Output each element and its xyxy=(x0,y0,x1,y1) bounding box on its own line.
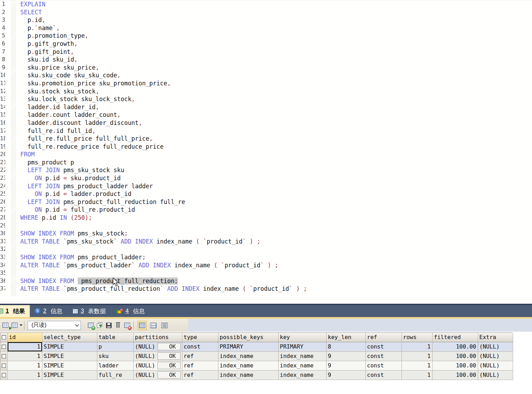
cell-select_type[interactable]: SIMPLE xyxy=(42,351,97,361)
column-header-id[interactable]: id xyxy=(7,333,42,342)
cell-id[interactable]: 1 xyxy=(7,342,42,351)
column-header-filtered[interactable]: filtered xyxy=(432,333,478,342)
cell-key_len[interactable]: 9 xyxy=(326,370,365,380)
cell-filtered[interactable]: 100.00 xyxy=(432,342,478,351)
ok-button[interactable]: OK xyxy=(158,352,181,360)
tab-1[interactable]: 1 结果 xyxy=(0,305,30,317)
cell-type[interactable]: ref xyxy=(182,361,218,370)
sql-editor[interactable]: 1EXPLAIN2SELECT3 p.id,4 p.`name`,5 p.pro… xyxy=(0,0,532,304)
ok-button[interactable]: OK xyxy=(158,343,181,350)
cell-table[interactable]: p xyxy=(97,342,133,351)
select-all-checkbox[interactable] xyxy=(2,335,6,339)
tab-label: 信息 xyxy=(49,307,63,315)
cell-key_len[interactable]: 8 xyxy=(326,342,365,351)
cell-partitions[interactable]: (NULL)OK xyxy=(133,342,182,351)
chevron-down-icon xyxy=(75,323,79,326)
tab-label: 结果 xyxy=(11,307,25,315)
cell-partitions[interactable]: (NULL)OK xyxy=(133,361,182,370)
column-header-partitions[interactable]: partitions xyxy=(133,333,182,342)
cell-possible_keys[interactable]: PRIMARY xyxy=(218,342,278,351)
code-line: 7 p.gift_point, xyxy=(0,48,532,56)
cell-Extra[interactable]: (NULL) xyxy=(478,370,513,380)
cell-filtered[interactable]: 100.00 xyxy=(432,361,478,370)
cell-key_len[interactable]: 9 xyxy=(326,351,365,361)
cell-rows[interactable]: 1 xyxy=(401,361,432,370)
form-view-button[interactable] xyxy=(149,321,158,330)
column-header-possible_keys[interactable]: possible_keys xyxy=(218,333,278,342)
cell-partitions[interactable]: (NULL)OK xyxy=(133,351,182,361)
cell-Extra[interactable]: (NULL) xyxy=(478,351,513,361)
export-grid-icon[interactable] xyxy=(10,321,19,330)
cell-select_type[interactable]: SIMPLE xyxy=(42,342,97,351)
tab-4[interactable]: 4 信息 xyxy=(111,305,150,317)
column-header-type[interactable]: type xyxy=(182,333,218,342)
code-line: 32 xyxy=(0,245,532,253)
cell-rows[interactable]: 1 xyxy=(401,370,432,380)
line-number: 9 xyxy=(0,64,5,72)
cell-key[interactable]: index_name xyxy=(278,351,326,361)
cell-filtered[interactable]: 100.00 xyxy=(432,351,478,361)
partitions-value: (NULL) xyxy=(135,353,155,359)
column-header-Extra[interactable]: Extra xyxy=(478,333,513,342)
cell-table[interactable]: sku xyxy=(97,351,133,361)
grid-view-button[interactable] xyxy=(138,321,147,330)
ok-button[interactable]: OK xyxy=(158,371,181,379)
ok-button[interactable]: OK xyxy=(158,362,181,369)
cell-type[interactable]: ref xyxy=(182,370,218,380)
tab-3[interactable]: 3 表数据 xyxy=(67,305,111,317)
delete-icon[interactable] xyxy=(113,321,122,330)
row-checkbox[interactable] xyxy=(2,373,6,377)
cell-rows[interactable]: 1 xyxy=(401,351,432,361)
code-line: 25 ON p.id = ladder.product_id xyxy=(0,190,532,198)
save-icon[interactable] xyxy=(104,321,113,330)
readonly-select[interactable]: (只读) xyxy=(28,321,81,330)
cell-partitions[interactable]: (NULL)OK xyxy=(133,370,182,380)
row-checkbox[interactable] xyxy=(2,364,6,368)
export-dropdown-caret-icon[interactable] xyxy=(20,324,22,326)
cell-table[interactable]: full_re xyxy=(97,370,133,380)
cell-Extra[interactable]: (NULL) xyxy=(478,342,513,351)
tab-2[interactable]: i2 信息 xyxy=(30,305,67,317)
column-header-key_len[interactable]: key_len xyxy=(326,333,365,342)
line-number: 4 xyxy=(0,24,5,32)
cell-Extra[interactable]: (NULL) xyxy=(478,361,513,370)
column-header-key[interactable]: key xyxy=(278,333,326,342)
cell-key[interactable]: index_name xyxy=(278,370,326,380)
cell-rows[interactable]: 1 xyxy=(401,342,432,351)
form-view-icon xyxy=(150,323,156,328)
refresh-icon[interactable] xyxy=(95,321,104,330)
cell-type[interactable]: const xyxy=(182,342,218,351)
cell-possible_keys[interactable]: index_name xyxy=(218,351,278,361)
cell-ref[interactable]: const xyxy=(365,370,401,380)
column-header-select_type[interactable]: select_type xyxy=(42,333,97,342)
text-view-button[interactable] xyxy=(160,321,169,330)
cell-key[interactable]: index_name xyxy=(278,361,326,370)
cell-id[interactable]: 1 xyxy=(7,361,42,370)
cell-ref[interactable]: const xyxy=(365,351,401,361)
toolbar-separator xyxy=(84,321,84,330)
column-header-table[interactable]: table xyxy=(97,333,133,342)
cell-id[interactable]: 1 xyxy=(7,351,42,361)
grid-icon[interactable] xyxy=(1,321,10,330)
cell-possible_keys[interactable]: index_name xyxy=(218,361,278,370)
cell-filtered[interactable]: 100.00 xyxy=(432,370,478,380)
row-checkbox[interactable] xyxy=(2,345,6,349)
column-header-ref[interactable]: ref xyxy=(365,333,401,342)
cell-select_type[interactable]: SIMPLE xyxy=(42,361,97,370)
code-line: 10 sku.sku_code sku_sku_code, xyxy=(0,71,532,79)
partitions-value: (NULL) xyxy=(135,362,155,369)
cell-key[interactable]: PRIMARY xyxy=(278,342,326,351)
cell-ref[interactable]: const xyxy=(365,361,401,370)
code-line: 8 sku.id sku_id, xyxy=(0,56,532,64)
column-header-rows[interactable]: rows xyxy=(401,333,432,342)
cell-possible_keys[interactable]: index_name xyxy=(218,370,278,380)
cell-type[interactable]: ref xyxy=(182,351,218,361)
cancel-grid-icon[interactable]: × xyxy=(122,321,132,330)
cell-select_type[interactable]: SIMPLE xyxy=(42,370,97,380)
cell-key_len[interactable]: 9 xyxy=(326,361,365,370)
row-checkbox[interactable] xyxy=(2,354,6,358)
cell-id[interactable]: 1 xyxy=(7,370,42,380)
cell-ref[interactable]: const xyxy=(365,342,401,351)
cell-table[interactable]: ladder xyxy=(97,361,133,370)
add-record-icon[interactable]: + xyxy=(86,321,95,330)
